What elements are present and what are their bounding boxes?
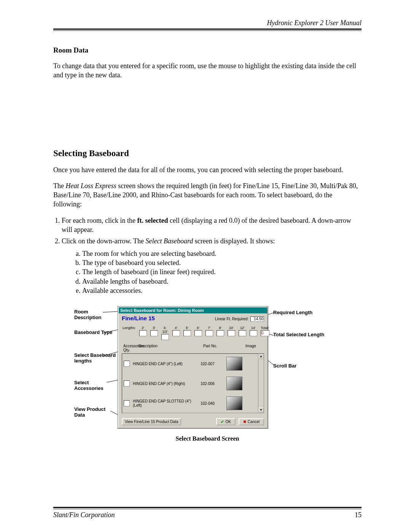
length-12: 12' [239,326,246,336]
acc-head-desc: Description [139,344,203,352]
li2c: screen is displayed. It shows: [193,237,275,245]
total-field: 0 [261,330,269,336]
length-input-14[interactable] [250,330,257,336]
scroll-up-icon[interactable]: ▲ [258,354,264,359]
scroll-down-icon[interactable]: ▼ [258,407,264,413]
step-1: For each room, click in the ft. selected… [62,216,362,235]
length-input-3[interactable] [150,330,158,336]
callout-view-data: View Product Data [74,406,116,418]
callout-room: Room Description [74,309,116,320]
acc-image [226,396,242,410]
footer-row: Slant/Fin Corporation 15 [53,511,362,519]
accessory-row: HINGED END CAP (4") (Left) 102-007 [122,354,264,374]
acc-image [226,357,242,371]
required-length-label: Linear Ft. Required: [215,317,249,321]
length-input-8[interactable] [217,330,224,336]
scrollbar[interactable]: ▲ ▼ [258,354,264,413]
length-6: 6' [194,326,202,336]
length-2: 2' [139,326,147,336]
li1b-bold: ft. selected [137,217,168,224]
accessory-row: HINGED END CAP SLOTTED (4") (Left) 102-0… [122,393,264,413]
acc-head-qty: Accessories Qty. [123,344,139,352]
len-label-3: 4' [175,326,177,330]
p2b-italic: Heat Loss Express [65,182,116,190]
li1a: For each room, click in the [62,217,137,224]
selecting-baseboard-heading: Selecting Baseboard [53,149,362,158]
select-baseboard-dialog: Select Baseboard for Room: Dining Room F… [118,307,268,428]
len-label-7: 8' [219,326,221,330]
li2b-italic: Select Baseboard [145,237,193,245]
footer-corp: Slant/Fin Corporation [53,511,115,519]
length-4: 4' [172,326,180,336]
length-7: 7' [206,326,213,336]
length-input-5[interactable] [183,330,191,336]
acc-head-image: Image [237,344,264,352]
acc-part: 102-006 [201,382,223,386]
length-3-5: 3-1/2' [161,326,169,340]
length-input-3-5[interactable] [161,334,169,340]
steps-list: For each room, click in the ft. selected… [53,216,362,295]
acc-desc: HINGED END CAP SLOTTED (4") (Left) [133,399,198,407]
acc-part: 102-007 [201,362,223,366]
sub-c: The length of baseboard (in linear feet)… [82,267,362,276]
sub-a: The room for which you are selecting bas… [82,249,362,258]
required-length-row: Linear Ft. Required: 14.50 [215,316,264,322]
length-input-12[interactable] [239,330,246,336]
sub-b: The type of baseboard you selected. [82,258,362,267]
ok-button[interactable]: ✔ OK [216,418,235,425]
room-data-heading: Room Data [53,46,362,54]
callout-scroll: Scroll Bar [273,363,327,369]
dialog-titlebar[interactable]: Select Baseboard for Room: Dining Room [119,307,267,313]
required-length-field[interactable]: 14.50 [250,316,264,322]
length-14: 14' [250,326,257,336]
step-2: Click on the down-arrow. The Select Base… [62,236,362,295]
substeps: The room for which you are selecting bas… [62,249,362,295]
acc-desc: HINGED END CAP (4") (Left) [133,362,198,366]
figure-caption: Select Baseboard Screen [53,435,362,442]
footer-rule [53,507,362,509]
length-input-4[interactable] [172,330,180,336]
length-input-2[interactable] [139,330,147,336]
length-3: 3' [150,326,158,336]
len-label-9: 12' [240,326,245,330]
accessories-header: Accessories Qty. Description Part No. Im… [119,340,267,352]
total-label: Total: [261,326,269,330]
p2a: The [53,182,65,190]
length-input-10[interactable] [228,330,235,336]
length-total: Total:0 [261,326,269,336]
qty-input[interactable] [124,380,130,387]
room-data-text: To change data that you entered for a sp… [53,61,362,80]
len-label-10: 14' [251,326,256,330]
acc-image [226,377,242,390]
accessory-row: HINGED END CAP (4") (Right) 102-006 [122,374,264,393]
len-label-2: 3-1/2' [162,326,167,334]
callout-sel-acc: Select Accessories [74,380,116,391]
length-10: 10' [228,326,235,336]
sub-d: Available lengths of baseboard. [82,277,362,286]
lengths-label: Lengths: [123,326,136,330]
header-title: Hydronic Explorer 2 User Manual [53,19,362,27]
len-label-6: 7' [208,326,210,330]
acc-desc: HINGED END CAP (4") (Right) [133,382,198,386]
len-label-4: 5' [186,326,188,330]
callout-sel-len: Select Baseboard lengths [74,352,116,364]
li2a: Click on the down-arrow. The [62,237,145,245]
sub-e: Available accessories. [82,286,362,295]
acc-head-part: Part No. [203,344,237,352]
header-rule [53,29,362,31]
cancel-label: Cancel [248,420,260,424]
len-label-0: 2' [142,326,144,330]
len-label-8: 10' [229,326,234,330]
length-input-7[interactable] [206,330,213,336]
cancel-button[interactable]: ✖ Cancel [239,418,264,425]
callout-type: Baseboard Type [74,329,116,335]
qty-input[interactable] [124,361,130,367]
view-product-data-button[interactable]: View Fine/Line 15 Product Data [122,418,181,425]
length-8: 8' [217,326,224,336]
qty-input[interactable] [124,400,130,406]
len-label-1: 3' [153,326,155,330]
accessories-list[interactable]: HINGED END CAP (4") (Left) 102-007 HINGE… [122,353,264,413]
selecting-p2: The Heat Loss Express screen shows the r… [53,181,362,209]
callout-tot-len: Total Selected Length [273,332,327,337]
length-input-6[interactable] [194,330,202,336]
